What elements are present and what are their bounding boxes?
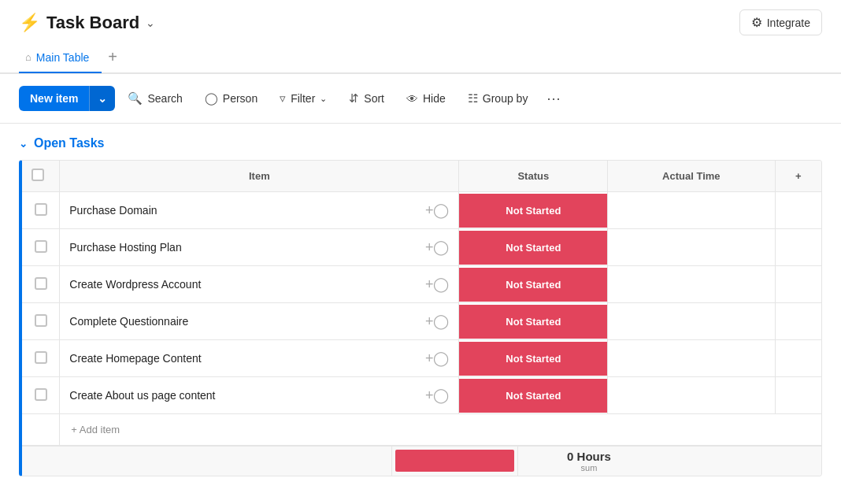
integrate-icon: ⚙ <box>751 15 762 30</box>
time-cell-0 <box>608 192 775 229</box>
person-button[interactable]: ◯ Person <box>195 85 267 112</box>
row-checkbox-1[interactable] <box>35 240 47 253</box>
footer-status-cell <box>392 447 518 476</box>
hide-icon: 👁 <box>406 92 418 106</box>
extra-cell-4 <box>775 340 821 377</box>
title-chevron-icon[interactable]: ⌄ <box>146 17 155 29</box>
filter-button[interactable]: ▿ Filter ⌄ <box>270 85 336 112</box>
item-name-5: Create About us page content <box>69 389 417 402</box>
status-badge-2[interactable]: Not Started <box>459 268 607 302</box>
extra-cell-0 <box>775 192 821 229</box>
row-checkbox-cell <box>22 266 60 303</box>
status-badge-0[interactable]: Not Started <box>459 194 607 228</box>
chat-icon-0[interactable]: +◯ <box>425 202 450 219</box>
extra-cell-3 <box>775 303 821 340</box>
filter-icon: ▿ <box>280 91 286 106</box>
home-icon: ⌂ <box>25 51 31 63</box>
tab-main-table[interactable]: ⌂ Main Table <box>19 43 102 73</box>
footer-time-value: 0 Hours <box>528 450 650 463</box>
time-cell-5 <box>608 377 775 414</box>
footer-item-cell <box>22 447 392 476</box>
footer-status-bar <box>395 450 514 472</box>
section-chevron-icon[interactable]: ⌄ <box>19 138 28 150</box>
bolt-icon: ⚡ <box>19 13 40 33</box>
time-cell-3 <box>608 303 775 340</box>
status-cell-1[interactable]: Not Started <box>459 229 608 266</box>
search-label: Search <box>147 92 182 105</box>
item-name-2: Create Wordpress Account <box>69 278 417 291</box>
chat-icon-4[interactable]: +◯ <box>425 350 450 367</box>
row-checkbox-5[interactable] <box>35 388 47 401</box>
group-by-button[interactable]: ☷ Group by <box>458 85 538 112</box>
status-cell-5[interactable]: Not Started <box>459 377 608 414</box>
status-badge-5[interactable]: Not Started <box>459 379 607 413</box>
table-row: Create Homepage Content +◯ Not Started <box>22 340 821 377</box>
app-title: Task Board <box>46 13 139 33</box>
new-item-chevron-icon[interactable]: ⌄ <box>89 86 115 111</box>
status-cell-3[interactable]: Not Started <box>459 303 608 340</box>
add-item-button[interactable]: + Add item <box>60 414 821 445</box>
add-tab-button[interactable]: + <box>102 42 124 72</box>
row-checkbox-2[interactable] <box>35 277 47 290</box>
row-checkbox-cell <box>22 303 60 340</box>
chat-icon-1[interactable]: +◯ <box>425 239 450 256</box>
item-name-3: Complete Questionnaire <box>69 315 417 328</box>
status-badge-1[interactable]: Not Started <box>459 231 607 265</box>
row-checkbox-4[interactable] <box>35 351 47 364</box>
column-actual-time: Actual Time <box>608 161 775 192</box>
table-header-row: Item Status Actual Time + <box>22 161 821 192</box>
search-button[interactable]: 🔍 Search <box>118 85 191 112</box>
item-name-cell-2: Create Wordpress Account +◯ <box>60 266 459 303</box>
time-cell-2 <box>608 266 775 303</box>
extra-cell-1 <box>775 229 821 266</box>
hide-button[interactable]: 👁 Hide <box>397 86 455 112</box>
status-cell-0[interactable]: Not Started <box>459 192 608 229</box>
chat-icon-3[interactable]: +◯ <box>425 313 450 330</box>
toolbar: New item ⌄ 🔍 Search ◯ Person ▿ Filter ⌄ … <box>0 74 841 124</box>
footer-time-cell: 0 Hours sum <box>518 447 660 476</box>
column-status: Status <box>459 161 608 192</box>
person-icon: ◯ <box>205 91 218 106</box>
content-area: ⌄ Open Tasks Item Status Actual Time + <box>0 124 841 489</box>
item-name-0: Purchase Domain <box>69 204 417 217</box>
select-all-checkbox[interactable] <box>31 169 44 181</box>
sort-label: Sort <box>364 92 384 105</box>
table-row: Create Wordpress Account +◯ Not Started <box>22 266 821 303</box>
extra-cell-5 <box>775 377 821 414</box>
status-badge-4[interactable]: Not Started <box>459 342 607 376</box>
filter-label: Filter <box>291 92 315 105</box>
item-name-cell-5: Create About us page content +◯ <box>60 377 459 414</box>
time-cell-4 <box>608 340 775 377</box>
sort-button[interactable]: ⇵ Sort <box>339 85 394 112</box>
item-name-cell-0: Purchase Domain +◯ <box>60 192 459 229</box>
table-row: Create About us page content +◯ Not Star… <box>22 377 821 414</box>
new-item-button[interactable]: New item ⌄ <box>19 86 115 111</box>
section-header: ⌄ Open Tasks <box>19 136 822 150</box>
time-cell-1 <box>608 229 775 266</box>
item-name-cell-3: Complete Questionnaire +◯ <box>60 303 459 340</box>
status-cell-4[interactable]: Not Started <box>459 340 608 377</box>
add-item-cell: + Add item <box>60 414 821 446</box>
add-item-check-cell <box>22 414 60 446</box>
row-checkbox-cell <box>22 229 60 266</box>
table-row: Complete Questionnaire +◯ Not Started <box>22 303 821 340</box>
app-header: ⚡ Task Board ⌄ ⚙ Integrate <box>0 0 841 35</box>
app-title-area: ⚡ Task Board ⌄ <box>19 13 155 33</box>
search-icon: 🔍 <box>128 91 143 106</box>
item-name-cell-4: Create Homepage Content +◯ <box>60 340 459 377</box>
status-badge-3[interactable]: Not Started <box>459 305 607 339</box>
sort-icon: ⇵ <box>349 91 359 106</box>
hide-label: Hide <box>423 92 446 105</box>
table-footer: 0 Hours sum <box>22 446 821 476</box>
add-column-button[interactable]: + <box>775 161 821 192</box>
row-checkbox-0[interactable] <box>35 203 47 216</box>
status-cell-2[interactable]: Not Started <box>459 266 608 303</box>
row-checkbox-3[interactable] <box>35 314 47 327</box>
task-table: Item Status Actual Time + Purchase Domai… <box>19 160 822 476</box>
more-options-button[interactable]: ⋯ <box>540 83 567 113</box>
integrate-button[interactable]: ⚙ Integrate <box>739 9 822 35</box>
chat-icon-5[interactable]: +◯ <box>425 387 450 404</box>
person-label: Person <box>223 92 257 105</box>
group-by-label: Group by <box>483 92 528 105</box>
chat-icon-2[interactable]: +◯ <box>425 276 450 293</box>
